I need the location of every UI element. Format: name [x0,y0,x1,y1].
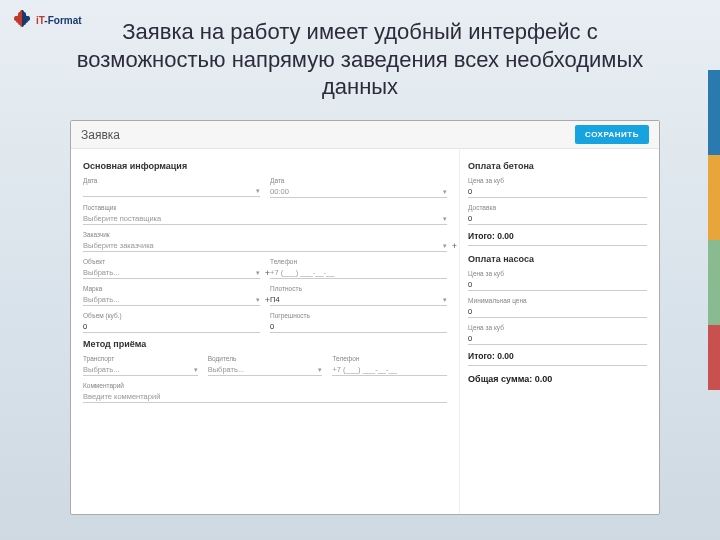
tolerance-input[interactable]: Погрешность 0 [270,312,447,333]
main-form: Основная информация Дата ▾ Дата 00:00▾ П… [71,149,459,514]
caret-down-icon: ▾ [256,269,260,277]
add-customer-button[interactable]: + [452,241,457,251]
delivery-input[interactable]: Доставка 0 [468,204,647,225]
caret-down-icon: ▾ [443,242,447,250]
caret-down-icon: ▾ [443,215,447,223]
customer-select[interactable]: Заказчик Выберите заказчика▾ + [83,231,447,252]
density-select[interactable]: Плотность П4▾ [270,285,447,306]
section-pump-payment: Оплата насоса [468,254,647,264]
logo: iT-Format [10,8,82,32]
concrete-total: Итого: 0.00 [468,231,647,241]
slide-title: Заявка на работу имеет удобный интерфейс… [0,0,720,111]
save-button[interactable]: СОХРАНИТЬ [575,125,649,144]
phone-input[interactable]: Телефон +7 (___) ___-__-__ [270,258,447,279]
pump-price2-input[interactable]: Цена за куб 0 [468,324,647,345]
concrete-price-input[interactable]: Цена за куб 0 [468,177,647,198]
volume-input[interactable]: Объем (куб.) 0 [83,312,260,333]
caret-down-icon: ▾ [256,296,260,304]
supplier-select[interactable]: Поставщик Выберите поставщика▾ [83,204,447,225]
caret-down-icon: ▾ [318,366,322,374]
app-header: Заявка СОХРАНИТЬ [71,121,659,149]
caret-down-icon: ▾ [443,188,447,196]
section-concrete-payment: Оплата бетона [468,161,647,171]
pump-price-input[interactable]: Цена за куб 0 [468,270,647,291]
section-method: Метод приёма [83,339,447,349]
side-ribbons [708,70,720,390]
caret-down-icon: ▾ [443,296,447,304]
caret-down-icon: ▾ [194,366,198,374]
transport-select[interactable]: Транспорт Выбрать...▾ [83,355,198,376]
caret-down-icon: ▾ [256,187,260,195]
object-select[interactable]: Объект Выбрать...▾ + [83,258,260,279]
phone2-input[interactable]: Телефон +7 (___) ___-__-__ [332,355,447,376]
brain-icon [10,8,34,32]
app-window: Заявка СОХРАНИТЬ Основная информация Дат… [70,120,660,515]
page-title: Заявка [81,128,120,142]
date-field[interactable]: Дата ▾ [83,177,260,198]
logo-text: iT-Format [36,15,82,26]
pump-min-input[interactable]: Минимальная цена 0 [468,297,647,318]
grand-total: Общая сумма: 0.00 [468,374,647,384]
section-basic-info: Основная информация [83,161,447,171]
pump-total: Итого: 0.00 [468,351,647,361]
comment-input[interactable]: Комментарий Введите комментарий [83,382,447,403]
driver-select[interactable]: Водитель Выбрать...▾ [208,355,323,376]
brand-select[interactable]: Марка Выбрать...▾ + [83,285,260,306]
payment-panel: Оплата бетона Цена за куб 0 Доставка 0 И… [459,149,659,514]
time-field[interactable]: Дата 00:00▾ [270,177,447,198]
